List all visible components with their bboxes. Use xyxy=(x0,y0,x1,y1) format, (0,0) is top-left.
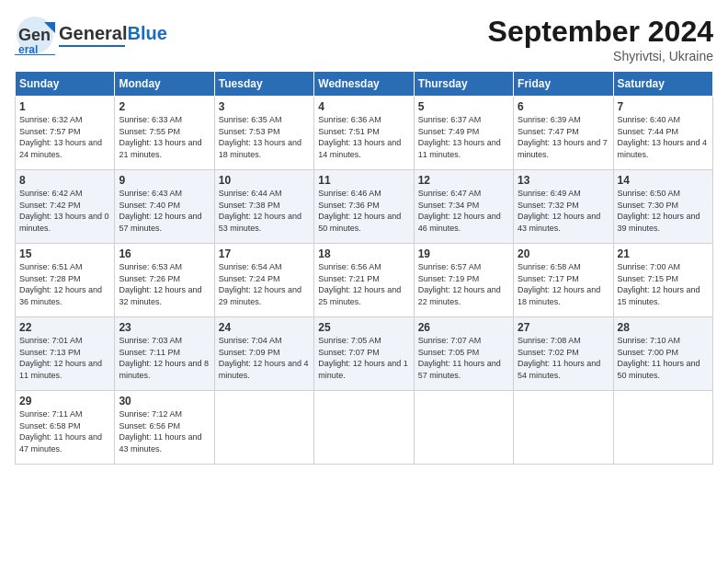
calendar-header-row: SundayMondayTuesdayWednesdayThursdayFrid… xyxy=(16,72,713,97)
day-number: 14 xyxy=(618,174,709,187)
cell-text: Sunrise: 7:03 AMSunset: 7:11 PMDaylight:… xyxy=(119,336,209,380)
calendar-cell: 21Sunrise: 7:00 AMSunset: 7:15 PMDayligh… xyxy=(613,244,712,317)
day-number: 9 xyxy=(119,174,210,187)
calendar-cell: 7Sunrise: 6:40 AMSunset: 7:44 PMDaylight… xyxy=(613,97,712,170)
day-header-wednesday: Wednesday xyxy=(314,72,414,97)
calendar-week-row: 1Sunrise: 6:32 AMSunset: 7:57 PMDaylight… xyxy=(16,97,713,170)
day-number: 6 xyxy=(518,100,609,113)
day-number: 21 xyxy=(618,247,709,260)
calendar-cell: 25Sunrise: 7:05 AMSunset: 7:07 PMDayligh… xyxy=(314,317,414,391)
calendar-cell: 14Sunrise: 6:50 AMSunset: 7:30 PMDayligh… xyxy=(613,170,712,244)
day-number: 20 xyxy=(518,247,609,260)
calendar-cell: 17Sunrise: 6:54 AMSunset: 7:24 PMDayligh… xyxy=(214,244,313,317)
day-number: 19 xyxy=(418,247,509,260)
calendar-cell: 3Sunrise: 6:35 AMSunset: 7:53 PMDaylight… xyxy=(214,97,313,170)
cell-text: Sunrise: 7:00 AMSunset: 7:15 PMDaylight:… xyxy=(618,262,700,306)
day-number: 17 xyxy=(219,247,310,260)
calendar-cell: 23Sunrise: 7:03 AMSunset: 7:11 PMDayligh… xyxy=(115,317,214,391)
calendar-cell: 10Sunrise: 6:44 AMSunset: 7:38 PMDayligh… xyxy=(214,170,313,244)
calendar-cell: 1Sunrise: 6:32 AMSunset: 7:57 PMDaylight… xyxy=(16,97,115,170)
calendar-cell: 12Sunrise: 6:47 AMSunset: 7:34 PMDayligh… xyxy=(414,170,513,244)
day-header-thursday: Thursday xyxy=(414,72,513,97)
cell-text: Sunrise: 7:08 AMSunset: 7:02 PMDaylight:… xyxy=(518,336,600,380)
cell-text: Sunrise: 6:51 AMSunset: 7:28 PMDaylight:… xyxy=(19,262,102,306)
calendar-cell xyxy=(214,391,313,465)
day-number: 15 xyxy=(19,247,110,260)
day-number: 13 xyxy=(518,174,609,187)
cell-text: Sunrise: 6:40 AMSunset: 7:44 PMDaylight:… xyxy=(618,115,708,159)
day-number: 12 xyxy=(418,174,509,187)
day-header-saturday: Saturday xyxy=(613,72,712,97)
cell-text: Sunrise: 7:05 AMSunset: 7:07 PMDaylight:… xyxy=(318,336,408,380)
calendar-cell: 6Sunrise: 6:39 AMSunset: 7:47 PMDaylight… xyxy=(514,97,613,170)
cell-text: Sunrise: 6:44 AMSunset: 7:38 PMDaylight:… xyxy=(219,189,301,233)
day-number: 4 xyxy=(318,100,409,113)
calendar-cell: 30Sunrise: 7:12 AMSunset: 6:56 PMDayligh… xyxy=(115,391,214,465)
day-number: 24 xyxy=(219,321,310,334)
cell-text: Sunrise: 7:07 AMSunset: 7:05 PMDaylight:… xyxy=(418,336,501,380)
cell-text: Sunrise: 6:47 AMSunset: 7:34 PMDaylight:… xyxy=(418,189,501,233)
day-number: 11 xyxy=(318,174,409,187)
day-header-friday: Friday xyxy=(514,72,613,97)
cell-text: Sunrise: 6:33 AMSunset: 7:55 PMDaylight:… xyxy=(119,115,201,159)
month-title: September 2024 xyxy=(488,15,713,49)
day-header-sunday: Sunday xyxy=(16,72,115,97)
svg-text:eral: eral xyxy=(18,43,38,55)
cell-text: Sunrise: 7:12 AMSunset: 6:56 PMDaylight:… xyxy=(119,409,201,454)
cell-text: Sunrise: 6:43 AMSunset: 7:40 PMDaylight:… xyxy=(119,189,201,233)
day-number: 29 xyxy=(19,395,110,408)
cell-text: Sunrise: 6:37 AMSunset: 7:49 PMDaylight:… xyxy=(418,115,501,159)
day-number: 2 xyxy=(119,100,210,113)
cell-text: Sunrise: 6:58 AMSunset: 7:17 PMDaylight:… xyxy=(518,262,600,306)
calendar-cell: 5Sunrise: 6:37 AMSunset: 7:49 PMDaylight… xyxy=(414,97,513,170)
calendar-cell xyxy=(514,391,613,465)
cell-text: Sunrise: 6:35 AMSunset: 7:53 PMDaylight:… xyxy=(219,115,301,159)
title-block: September 2024 Shyrivtsi, Ukraine xyxy=(488,15,713,63)
cell-text: Sunrise: 6:53 AMSunset: 7:26 PMDaylight:… xyxy=(119,262,201,306)
page-header: Gen eral GeneralBlue September 2024 Shyr… xyxy=(15,15,713,63)
day-number: 18 xyxy=(318,247,409,260)
day-header-tuesday: Tuesday xyxy=(214,72,313,97)
cell-text: Sunrise: 6:49 AMSunset: 7:32 PMDaylight:… xyxy=(518,189,600,233)
calendar-cell: 18Sunrise: 6:56 AMSunset: 7:21 PMDayligh… xyxy=(314,244,414,317)
day-number: 16 xyxy=(119,247,210,260)
cell-text: Sunrise: 6:46 AMSunset: 7:36 PMDaylight:… xyxy=(318,189,401,233)
day-number: 26 xyxy=(418,321,509,334)
day-number: 23 xyxy=(119,321,210,334)
day-number: 25 xyxy=(318,321,409,334)
svg-text:Gen: Gen xyxy=(18,26,51,44)
calendar-week-row: 29Sunrise: 7:11 AMSunset: 6:58 PMDayligh… xyxy=(16,391,713,465)
cell-text: Sunrise: 7:04 AMSunset: 7:09 PMDaylight:… xyxy=(219,336,309,380)
calendar-cell: 13Sunrise: 6:49 AMSunset: 7:32 PMDayligh… xyxy=(514,170,613,244)
day-number: 1 xyxy=(19,100,110,113)
cell-text: Sunrise: 6:50 AMSunset: 7:30 PMDaylight:… xyxy=(618,189,700,233)
logo-blue: Blue xyxy=(127,23,166,43)
logo-general: General xyxy=(59,23,127,43)
calendar-cell: 4Sunrise: 6:36 AMSunset: 7:51 PMDaylight… xyxy=(314,97,414,170)
calendar-cell xyxy=(613,391,712,465)
day-number: 27 xyxy=(518,321,609,334)
location-title: Shyrivtsi, Ukraine xyxy=(488,49,713,63)
calendar-cell: 22Sunrise: 7:01 AMSunset: 7:13 PMDayligh… xyxy=(16,317,115,391)
cell-text: Sunrise: 6:39 AMSunset: 7:47 PMDaylight:… xyxy=(518,115,608,159)
calendar-cell xyxy=(414,391,513,465)
day-number: 8 xyxy=(19,174,110,187)
day-number: 30 xyxy=(119,395,210,408)
day-number: 5 xyxy=(418,100,509,113)
day-number: 3 xyxy=(219,100,310,113)
calendar-cell: 28Sunrise: 7:10 AMSunset: 7:00 PMDayligh… xyxy=(613,317,712,391)
day-number: 7 xyxy=(618,100,709,113)
calendar-week-row: 22Sunrise: 7:01 AMSunset: 7:13 PMDayligh… xyxy=(16,317,713,391)
day-number: 22 xyxy=(19,321,110,334)
cell-text: Sunrise: 7:10 AMSunset: 7:00 PMDaylight:… xyxy=(618,336,700,380)
calendar-week-row: 8Sunrise: 6:42 AMSunset: 7:42 PMDaylight… xyxy=(16,170,713,244)
calendar-cell: 11Sunrise: 6:46 AMSunset: 7:36 PMDayligh… xyxy=(314,170,414,244)
calendar-cell: 29Sunrise: 7:11 AMSunset: 6:58 PMDayligh… xyxy=(16,391,115,465)
calendar-cell: 15Sunrise: 6:51 AMSunset: 7:28 PMDayligh… xyxy=(16,244,115,317)
calendar-cell: 27Sunrise: 7:08 AMSunset: 7:02 PMDayligh… xyxy=(514,317,613,391)
calendar-cell: 24Sunrise: 7:04 AMSunset: 7:09 PMDayligh… xyxy=(214,317,313,391)
cell-text: Sunrise: 6:42 AMSunset: 7:42 PMDaylight:… xyxy=(19,189,109,233)
calendar-cell: 9Sunrise: 6:43 AMSunset: 7:40 PMDaylight… xyxy=(115,170,214,244)
day-number: 28 xyxy=(618,321,709,334)
calendar-cell xyxy=(314,391,414,465)
